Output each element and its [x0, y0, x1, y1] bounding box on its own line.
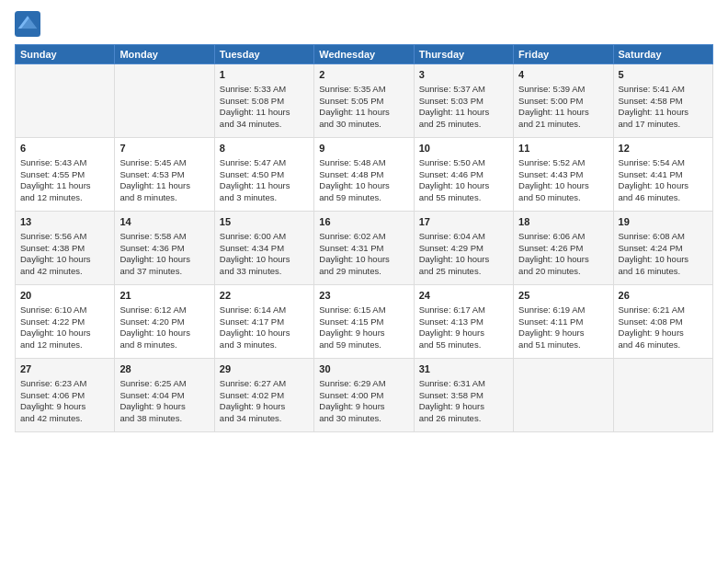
day-info-line: Sunrise: 5:56 AM — [20, 231, 109, 243]
day-info-line: Daylight: 9 hours — [319, 401, 408, 413]
day-number: 8 — [220, 142, 309, 155]
week-row-1: 1Sunrise: 5:33 AMSunset: 5:08 PMDaylight… — [16, 64, 713, 138]
day-info-line: Daylight: 11 hours — [619, 107, 708, 119]
day-info-line: Sunrise: 6:06 AM — [518, 231, 608, 243]
day-number: 1 — [220, 68, 309, 82]
day-number: 9 — [319, 142, 408, 155]
day-cell: 1Sunrise: 5:33 AMSunset: 5:08 PMDaylight… — [214, 64, 313, 138]
day-cell: 31Sunrise: 6:31 AMSunset: 3:58 PMDayligh… — [414, 359, 513, 432]
logo-icon — [15, 11, 40, 37]
day-cell: 16Sunrise: 6:02 AMSunset: 4:31 PMDayligh… — [314, 212, 414, 285]
day-number: 27 — [20, 362, 109, 376]
day-cell — [514, 359, 613, 432]
day-info-line: and 8 minutes. — [119, 339, 209, 351]
day-cell: 10Sunrise: 5:50 AMSunset: 4:46 PMDayligh… — [414, 138, 513, 212]
week-row-4: 20Sunrise: 6:10 AMSunset: 4:22 PMDayligh… — [16, 285, 713, 359]
day-info-line: Sunrise: 6:21 AM — [619, 304, 708, 316]
day-info-line: Sunset: 5:08 PM — [220, 96, 309, 108]
day-number: 23 — [319, 289, 408, 303]
col-header-tuesday: Tuesday — [214, 45, 313, 64]
day-info-line: Sunset: 5:00 PM — [518, 96, 608, 108]
day-info-line: and 21 minutes. — [518, 119, 608, 131]
day-info-line: and 26 minutes. — [419, 413, 508, 425]
day-info-line: and 46 minutes. — [619, 339, 708, 351]
day-info-line: Daylight: 10 hours — [119, 327, 209, 339]
day-info-line: and 46 minutes. — [619, 192, 708, 204]
day-info-line: Sunrise: 6:00 AM — [220, 231, 309, 243]
day-info-line: Sunset: 5:05 PM — [319, 96, 408, 108]
day-info-line: and 3 minutes. — [220, 339, 309, 351]
day-info-line: Sunset: 4:29 PM — [419, 243, 508, 255]
day-info-line: Daylight: 10 hours — [20, 327, 109, 339]
day-info-line: Daylight: 11 hours — [220, 180, 309, 192]
day-info-line: and 30 minutes. — [319, 119, 408, 131]
day-info-line: Sunrise: 6:08 AM — [619, 231, 708, 243]
day-number: 4 — [518, 68, 608, 82]
day-number: 30 — [319, 362, 408, 376]
day-info-line: and 25 minutes. — [419, 119, 508, 131]
logo — [15, 11, 44, 37]
day-info-line: Sunrise: 5:35 AM — [319, 84, 408, 96]
day-info-line: and 38 minutes. — [119, 413, 209, 425]
day-info-line: Sunset: 4:11 PM — [518, 316, 608, 328]
day-number: 11 — [518, 142, 608, 155]
week-row-2: 6Sunrise: 5:43 AMSunset: 4:55 PMDaylight… — [16, 138, 713, 212]
day-info-line: and 42 minutes. — [20, 266, 109, 278]
day-info-line: Sunrise: 5:52 AM — [518, 157, 608, 169]
day-info-line: Sunrise: 5:37 AM — [419, 84, 508, 96]
day-info-line: Sunset: 4:38 PM — [20, 243, 109, 255]
day-info-line: Daylight: 9 hours — [20, 401, 109, 413]
day-info-line: Daylight: 9 hours — [419, 327, 508, 339]
day-cell: 13Sunrise: 5:56 AMSunset: 4:38 PMDayligh… — [16, 212, 115, 285]
day-info-line: and 42 minutes. — [20, 413, 109, 425]
day-info-line: and 33 minutes. — [220, 266, 309, 278]
day-info-line: Sunset: 4:58 PM — [619, 96, 708, 108]
day-info-line: Sunrise: 6:29 AM — [319, 378, 408, 390]
day-info-line: Sunrise: 6:19 AM — [518, 304, 608, 316]
day-info-line: Sunrise: 6:25 AM — [119, 378, 209, 390]
day-info-line: and 8 minutes. — [119, 192, 209, 204]
svg-rect-3 — [15, 29, 40, 32]
day-info-line: Daylight: 10 hours — [419, 180, 508, 192]
day-info-line: and 59 minutes. — [319, 192, 408, 204]
day-info-line: Sunset: 4:48 PM — [319, 169, 408, 181]
day-info-line: Daylight: 9 hours — [619, 327, 708, 339]
day-cell: 15Sunrise: 6:00 AMSunset: 4:34 PMDayligh… — [214, 212, 313, 285]
day-cell: 12Sunrise: 5:54 AMSunset: 4:41 PMDayligh… — [613, 138, 712, 212]
day-info-line: Daylight: 10 hours — [518, 180, 608, 192]
day-cell: 7Sunrise: 5:45 AMSunset: 4:53 PMDaylight… — [115, 138, 214, 212]
day-cell: 8Sunrise: 5:47 AMSunset: 4:50 PMDaylight… — [214, 138, 313, 212]
day-number: 19 — [619, 215, 708, 229]
day-info-line: Sunset: 4:04 PM — [119, 390, 209, 402]
day-cell: 25Sunrise: 6:19 AMSunset: 4:11 PMDayligh… — [514, 285, 613, 359]
day-info-line: Sunset: 3:58 PM — [419, 390, 508, 402]
day-number: 3 — [419, 68, 508, 82]
day-info-line: and 20 minutes. — [518, 266, 608, 278]
day-cell: 11Sunrise: 5:52 AMSunset: 4:43 PMDayligh… — [514, 138, 613, 212]
day-info-line: Sunset: 4:46 PM — [419, 169, 508, 181]
day-info-line: Sunset: 4:31 PM — [319, 243, 408, 255]
day-info-line: Sunset: 4:24 PM — [619, 243, 708, 255]
day-number: 10 — [419, 142, 508, 155]
day-number: 21 — [119, 289, 209, 303]
day-cell: 23Sunrise: 6:15 AMSunset: 4:15 PMDayligh… — [314, 285, 414, 359]
day-number: 2 — [319, 68, 408, 82]
day-info-line: and 16 minutes. — [619, 266, 708, 278]
day-cell: 14Sunrise: 5:58 AMSunset: 4:36 PMDayligh… — [115, 212, 214, 285]
day-info-line: Sunrise: 6:14 AM — [220, 304, 309, 316]
day-info-line: and 25 minutes. — [419, 266, 508, 278]
day-info-line: Sunrise: 5:47 AM — [220, 157, 309, 169]
day-info-line: and 12 minutes. — [20, 192, 109, 204]
day-info-line: Daylight: 9 hours — [119, 401, 209, 413]
day-info-line: Sunset: 4:06 PM — [20, 390, 109, 402]
calendar-page: SundayMondayTuesdayWednesdayThursdayFrid… — [0, 0, 728, 563]
day-info-line: Daylight: 10 hours — [220, 254, 309, 266]
header — [15, 11, 713, 37]
day-info-line: Sunrise: 6:12 AM — [119, 304, 209, 316]
day-cell: 3Sunrise: 5:37 AMSunset: 5:03 PMDaylight… — [414, 64, 513, 138]
day-info-line: and 34 minutes. — [220, 413, 309, 425]
day-info-line: and 51 minutes. — [518, 339, 608, 351]
day-info-line: and 29 minutes. — [319, 266, 408, 278]
day-number: 25 — [518, 289, 608, 303]
day-cell: 28Sunrise: 6:25 AMSunset: 4:04 PMDayligh… — [115, 359, 214, 432]
